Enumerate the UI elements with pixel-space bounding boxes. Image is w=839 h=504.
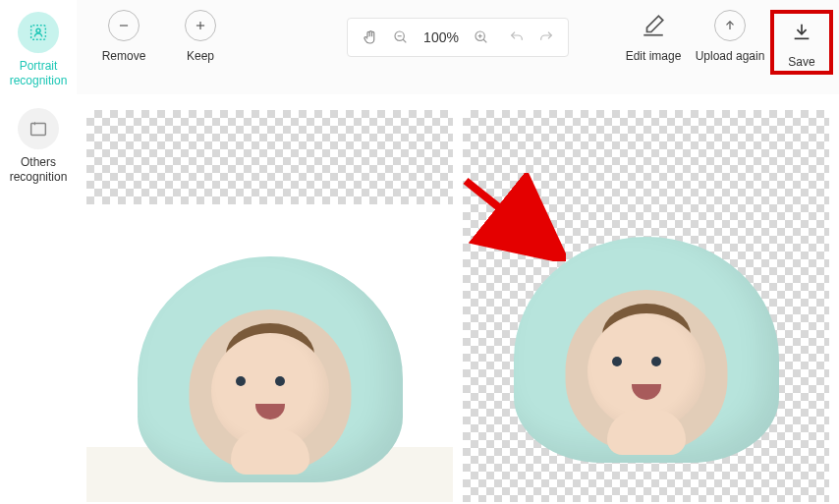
main-area: Remove Keep 100%: [77, 0, 839, 504]
zoom-out-icon[interactable]: [393, 29, 409, 45]
app-root: Portrait recognition Others recognition …: [0, 0, 839, 504]
edit-label: Edit image: [626, 49, 682, 63]
subject-cutout: [504, 237, 789, 463]
save-label: Save: [788, 55, 814, 69]
keep-label: Keep: [187, 49, 214, 63]
sidebar: Portrait recognition Others recognition: [0, 0, 77, 504]
svg-line-7: [403, 39, 406, 42]
edit-image-button[interactable]: Edit image: [617, 10, 690, 75]
remove-button[interactable]: Remove: [94, 10, 153, 63]
keep-button[interactable]: Keep: [171, 10, 230, 63]
toolbar: Remove Keep 100%: [77, 0, 839, 94]
toolbar-right-group: Edit image Upload again Save: [617, 10, 833, 75]
subject-original: [128, 256, 413, 482]
upload-again-button[interactable]: Upload again: [694, 10, 766, 75]
original-panel[interactable]: [86, 110, 453, 502]
view-controls: 100%: [347, 18, 569, 57]
plus-icon: [185, 10, 216, 41]
sparkle-icon: [18, 108, 59, 149]
result-panel[interactable]: [463, 110, 829, 502]
workspace: [77, 94, 839, 504]
upload-icon: [714, 10, 746, 41]
sidebar-item-others[interactable]: Others recognition: [0, 102, 77, 198]
upload-label: Upload again: [696, 49, 765, 63]
toolbar-left-group: Remove Keep: [94, 10, 230, 63]
portrait-icon: [18, 12, 59, 53]
minus-icon: [108, 10, 140, 41]
sidebar-item-label: Others recognition: [10, 155, 68, 185]
zoom-in-icon[interactable]: [474, 29, 489, 45]
sidebar-item-label: Portrait recognition: [10, 59, 68, 88]
download-icon: [791, 16, 812, 47]
remove-label: Remove: [102, 49, 146, 63]
redo-icon[interactable]: [538, 29, 554, 45]
svg-line-10: [483, 39, 486, 42]
hand-icon[interactable]: [362, 28, 379, 46]
zoom-value: 100%: [422, 29, 460, 45]
save-highlight: Save: [770, 10, 833, 75]
save-button[interactable]: Save: [778, 16, 825, 69]
svg-point-1: [36, 28, 40, 32]
eraser-icon: [641, 10, 666, 41]
sidebar-item-portrait[interactable]: Portrait recognition: [0, 6, 77, 102]
undo-icon[interactable]: [509, 29, 525, 45]
svg-rect-2: [31, 124, 46, 136]
